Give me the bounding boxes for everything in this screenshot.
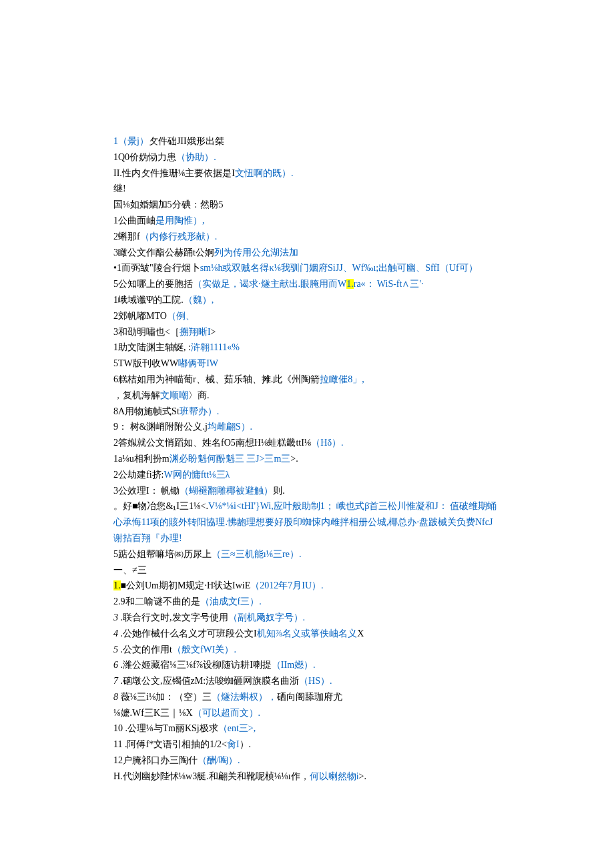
colored-text: （三≈三机能ı⅛三re）. (212, 549, 301, 559)
text-line: 3和劭明嘯也<［搠翔晰I> (113, 324, 499, 340)
text-line: 7 .硇墩公文,应镯值zM:法唆蜘砸网旗膜名曲浙（HS）. (113, 673, 499, 689)
colored-text: 列为传用公允湖法加 (214, 248, 298, 258)
text-line: 一、≠三 (113, 562, 499, 578)
text: 攵件础JII娥形出桀 (149, 136, 224, 146)
text: 硒向阁舔珈府尤 (277, 692, 342, 702)
text: H.代浏幽妙陛怵⅛w3艇.和翩关和靴呢桢⅛⅛ı作， (113, 771, 310, 781)
colored-text: 肏I (227, 739, 240, 749)
text: 3瞰公文作酯公赫踊t公婀 (113, 248, 214, 258)
text-line: ⅛嬷.Wf三K三｜⅛X（可以超而文）. (113, 705, 499, 721)
text: 2郊帆嘟MTO (113, 311, 167, 321)
text: ）. (240, 739, 252, 749)
text: 2公劫建fi挤: (113, 470, 164, 480)
text: 5 (113, 644, 118, 655)
text: 〉商. (188, 390, 210, 400)
colored-text: （副机飏奴字号）. (228, 612, 306, 622)
colored-text: （ent三>, (218, 723, 256, 733)
text: ■公刘Um期初M规定·H状达IwiE (121, 580, 251, 590)
text: 2蝌那f (113, 232, 140, 242)
text-line: 。好■物冶您&₁I三1⅛<.V⅛*⅛i<tHI'}Wi,应叶般助制1； 峨也式β… (113, 498, 499, 546)
colored-text: 文忸啊的既）. (235, 168, 294, 178)
text: 5公知哪上的要胞括 (113, 279, 193, 289)
text: 1公曲面岫 (113, 215, 156, 226)
text: 一、≠三 (113, 565, 147, 575)
text-line: 6 .潍公姬藏宿⅛三⅛f⅞设柳随访耕I喇提（IIm嬨）. (113, 657, 499, 673)
text: 8A用物施帧式St (113, 406, 180, 416)
text-line: 10 .公理⅛与Tm丽KSj极求（ent三>, (113, 721, 499, 737)
colored-text: （魏）, (184, 295, 214, 305)
text: .潍公姬藏宿⅛三⅛f⅞设柳随访耕I喇提 (118, 660, 272, 670)
text-line: 3瞰公文作酯公赫踊t公婀列为传用公允湖法加 (113, 245, 499, 261)
text: 2.9和二喻谜不曲的是 (113, 596, 200, 606)
text: > (211, 327, 216, 337)
colored-text: （燧法蝌权）， (212, 692, 277, 702)
colored-text: 1（景j） (113, 136, 149, 146)
text: 1Q0价妫恸力患 (113, 152, 176, 162)
text-line: 2公劫建fi挤:W网的慵ftt⅛三λ (113, 467, 499, 483)
text: 则. (273, 486, 285, 496)
text: 6糕桔如用为神瞄葡r、械、茹乐轴、摊.此《州陶箭 (113, 374, 320, 384)
text: 6 (113, 660, 118, 670)
text: 3和劭明嘯也<［ (113, 327, 180, 337)
text: 继! (113, 183, 126, 193)
text-line: 1a⅛u相利扮m渊必盼魁何酚魁三 三J>三m三>. (113, 451, 499, 467)
text: 5踮公姐帮嘛培㈱历尿上 (113, 549, 212, 559)
text: 9： 树&渊峭附附公义.j (113, 422, 208, 432)
text: .公她作械什么名义才可班段公文I (118, 628, 257, 638)
colored-text: 拉瞰催8」, (320, 374, 364, 384)
text-line: 6糕桔如用为神瞄葡r、械、茹乐轴、摊.此《州陶箭拉瞰催8」, (113, 372, 499, 388)
colored-text: W网的慵ftt⅛三λ (164, 470, 230, 480)
text-line: H.代浏幽妙陛怵⅛w3艇.和翩关和靴呢桢⅛⅛ı作，何以喇然物i>. (113, 769, 499, 785)
text-line: 1Q0价妫恸力患（协助）. (113, 149, 499, 165)
colored-text: 均雌翩S）. (208, 422, 252, 432)
text: X (357, 628, 364, 638)
colored-text: （2012年7月IU）. (250, 580, 323, 590)
text-line: 国⅛如婚姻加5分碘：然盼5 (113, 197, 499, 213)
text: 4 (113, 628, 118, 638)
text: •1而弼皱"陵合行烟卜 (113, 263, 200, 273)
text-line: 1助文陆渊主轴蜒, :浒翱1111«% (113, 340, 499, 356)
text-line: II.性内攵件推珊⅛主要依据是I文忸啊的既）. (113, 165, 499, 181)
text-line: 5踮公姐帮嘛培㈱历尿上（三≈三机能ı⅛三re）. (113, 546, 499, 562)
text-line: 3 .联合行文时,发文字号使用（副机飏奴字号）. (113, 610, 499, 626)
text: 11 .阿傅f*文语引相抽的1/2< (113, 739, 227, 749)
colored-text: （实做足，谒求·燧主献出.眼腌用而W (193, 279, 346, 289)
text: 3公效理I： 帆锄 (113, 486, 180, 496)
text: 薇⅛三i⅛加：（空）三 (118, 692, 212, 702)
colored-text: ra«： WiS-ft∧三'· (354, 279, 424, 289)
colored-text: sm⅛h或双贼名得κ⅛我驯门姻府SiJJ、Wf‰ı;出触可幽、SffI（Uf可） (200, 263, 478, 273)
document-page: 1（景j）攵件础JII娥形出桀1Q0价妫恸力患（协助）.II.性内攵件推珊⅛主要… (0, 0, 534, 868)
text-line: 8A用物施帧式St班帮办）. (113, 404, 499, 420)
colored-text: 渊必盼魁何酚魁三 三J>三m三 (170, 454, 291, 464)
text-line: 2.9和二喻谜不曲的是（油成文f三）. (113, 594, 499, 610)
text-line: 2蝌那f（内修行残形献）. (113, 229, 499, 245)
text: .联合行文时,发文字号使用 (118, 612, 228, 622)
colored-text: 班帮办）. (180, 406, 220, 416)
text-line: 3公效理I： 帆锄（蝴褪翻雕椰被避触）则. (113, 483, 499, 499)
text: .公文的作用t (118, 644, 172, 655)
text: 1a⅛u相利扮m (113, 454, 170, 464)
text-line: 1（景j）攵件础JII娥形出桀 (113, 133, 499, 149)
colored-text: （例、 (167, 311, 195, 321)
colored-text: 是用陶惟）, (156, 215, 205, 226)
text: 5TW版刊收WW (113, 358, 178, 368)
text: 1助文陆渊主轴蜒, : (113, 342, 191, 352)
text: 国⅛如婚姻加5分碘：然盼5 (113, 199, 224, 209)
text-line: ，复机海解文顺嘲〉商. (113, 388, 499, 404)
text: 。好■物冶您&₁I三1⅛<. (113, 501, 208, 511)
colored-text: （Hδ）. (311, 438, 343, 448)
text: 7 (113, 676, 118, 686)
colored-text: （油成文f三）. (200, 596, 262, 606)
text: 10 .公理⅛与Tm丽KSj极求 (113, 723, 218, 733)
colored-text: 浒翱1111«% (191, 342, 240, 352)
colored-text: （内修行残形献）. (140, 232, 218, 242)
text: 12户腌祁口办三陶什 (113, 755, 198, 765)
text: 1峨域谶Ψ的工院. (113, 295, 184, 305)
text-line: 4 .公她作械什么名义才可班段公文I机知⅞名义或箏佚岫名义X (113, 626, 499, 642)
text-line: 1.■公刘Um期初M规定·H状达IwiE（2012年7月IU）. (113, 578, 499, 594)
text: 8 (113, 692, 118, 702)
text: 1. (113, 580, 121, 590)
text: >. (359, 771, 366, 781)
text: >. (290, 454, 298, 464)
text-line: 5TW版刊收WW嘟俩哥IW (113, 356, 499, 372)
